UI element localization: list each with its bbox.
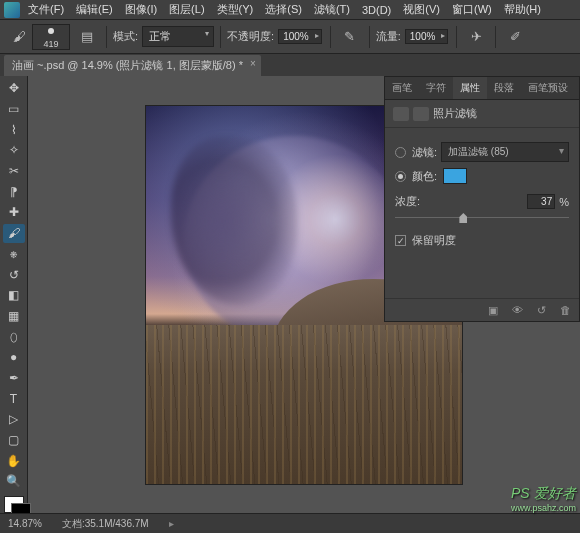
menu-image[interactable]: 图像(I) (125, 2, 157, 17)
close-icon[interactable]: × (250, 58, 256, 69)
pen-tool[interactable]: ✒ (3, 369, 25, 388)
menu-3d[interactable]: 3D(D) (362, 4, 391, 16)
brush-tool[interactable]: 🖌 (3, 224, 25, 243)
document-tab-title: 油画 ~.psd @ 14.9% (照片滤镜 1, 图层蒙版/8) * (12, 59, 243, 71)
brush-tool-icon[interactable]: 🖌 (9, 27, 29, 47)
filter-dropdown[interactable]: 加温滤镜 (85) (441, 142, 569, 162)
adjustment-icon (393, 107, 409, 121)
mask-icon (413, 107, 429, 121)
marquee-tool[interactable]: ▭ (3, 100, 25, 119)
menu-type[interactable]: 类型(Y) (217, 2, 254, 17)
pressure-size-icon[interactable]: ✐ (505, 27, 525, 47)
history-brush-tool[interactable]: ↺ (3, 265, 25, 284)
preserve-label: 保留明度 (412, 233, 456, 248)
crop-tool[interactable]: ✂ (3, 162, 25, 181)
tab-brush[interactable]: 画笔 (385, 77, 419, 99)
options-bar: 🖌 419 ▤ 模式: 正常 不透明度: 100% ✎ 流量: 100% ✈ ✐ (0, 20, 580, 54)
density-label: 浓度: (395, 194, 420, 209)
lasso-tool[interactable]: ⌇ (3, 120, 25, 139)
opacity-label: 不透明度: (227, 29, 274, 44)
ps-logo-icon (4, 2, 20, 18)
menu-file[interactable]: 文件(F) (28, 2, 64, 17)
color-radio-label: 颜色: (412, 169, 437, 184)
density-slider[interactable] (395, 211, 569, 225)
pressure-opacity-icon[interactable]: ✎ (340, 27, 360, 47)
mode-dropdown[interactable]: 正常 (142, 26, 214, 47)
status-bar: 14.87% 文档:35.1M/436.7M ▸ (0, 513, 580, 533)
tab-paragraph[interactable]: 段落 (487, 77, 521, 99)
brush-preview[interactable]: 419 (32, 24, 70, 50)
eraser-tool[interactable]: ◧ (3, 286, 25, 305)
menu-select[interactable]: 选择(S) (265, 2, 302, 17)
filter-radio[interactable] (395, 147, 406, 158)
blur-tool[interactable]: ⬯ (3, 327, 25, 346)
properties-panel: 画笔 字符 属性 段落 画笔预设 照片滤镜 滤镜: 加温滤镜 (85) 颜色: … (384, 76, 580, 322)
menu-view[interactable]: 视图(V) (403, 2, 440, 17)
tab-properties[interactable]: 属性 (453, 77, 487, 99)
color-radio[interactable] (395, 171, 406, 182)
shape-tool[interactable]: ▢ (3, 431, 25, 450)
filter-radio-label: 滤镜: (412, 145, 437, 160)
dodge-tool[interactable]: ● (3, 348, 25, 367)
eyedropper-tool[interactable]: ⁋ (3, 182, 25, 201)
airbrush-icon[interactable]: ✈ (466, 27, 486, 47)
document-tab[interactable]: 油画 ~.psd @ 14.9% (照片滤镜 1, 图层蒙版/8) * × (4, 55, 261, 76)
menu-bar: 文件(F) 编辑(E) 图像(I) 图层(L) 类型(Y) 选择(S) 滤镜(T… (0, 0, 580, 20)
heal-tool[interactable]: ✚ (3, 203, 25, 222)
menu-filter[interactable]: 滤镜(T) (314, 2, 350, 17)
tab-char[interactable]: 字符 (419, 77, 453, 99)
wand-tool[interactable]: ✧ (3, 141, 25, 160)
menu-help[interactable]: 帮助(H) (504, 2, 541, 17)
delete-icon[interactable]: 🗑 (557, 303, 573, 317)
reset-icon[interactable]: ↺ (533, 303, 549, 317)
path-tool[interactable]: ▷ (3, 410, 25, 429)
opacity-field[interactable]: 100% (278, 29, 322, 44)
density-unit: % (559, 196, 569, 208)
hand-tool[interactable]: ✋ (3, 451, 25, 470)
preserve-checkbox[interactable]: ✓ (395, 235, 406, 246)
flow-label: 流量: (376, 29, 401, 44)
gradient-tool[interactable]: ▦ (3, 307, 25, 326)
mode-label: 模式: (113, 29, 138, 44)
brush-settings-icon[interactable]: ▤ (77, 27, 97, 47)
panel-title: 照片滤镜 (433, 106, 477, 121)
panel-tabs: 画笔 字符 属性 段落 画笔预设 (385, 77, 579, 100)
menu-edit[interactable]: 编辑(E) (76, 2, 113, 17)
document-tab-bar: 油画 ~.psd @ 14.9% (照片滤镜 1, 图层蒙版/8) * × (0, 54, 580, 76)
visibility-icon[interactable]: 👁 (509, 303, 525, 317)
stamp-tool[interactable]: ⎈ (3, 245, 25, 264)
menu-window[interactable]: 窗口(W) (452, 2, 492, 17)
tools-panel: ✥ ▭ ⌇ ✧ ✂ ⁋ ✚ 🖌 ⎈ ↺ ◧ ▦ ⬯ ● ✒ T ▷ ▢ ✋ 🔍 (0, 76, 28, 513)
tab-brush-presets[interactable]: 画笔预设 (521, 77, 575, 99)
menu-layer[interactable]: 图层(L) (169, 2, 204, 17)
color-swatch[interactable] (4, 496, 24, 513)
color-swatch-picker[interactable] (443, 168, 467, 184)
clip-icon[interactable]: ▣ (485, 303, 501, 317)
flow-field[interactable]: 100% (405, 29, 449, 44)
panel-header: 照片滤镜 (385, 100, 579, 128)
panel-footer: ▣ 👁 ↺ 🗑 (385, 298, 579, 321)
zoom-tool[interactable]: 🔍 (3, 472, 25, 491)
zoom-level[interactable]: 14.87% (8, 518, 42, 529)
watermark: PS 爱好者 www.psahz.com (511, 485, 576, 513)
move-tool[interactable]: ✥ (3, 79, 25, 98)
doc-info[interactable]: 文档:35.1M/436.7M (62, 517, 149, 531)
density-input[interactable] (527, 194, 555, 209)
type-tool[interactable]: T (3, 389, 25, 408)
